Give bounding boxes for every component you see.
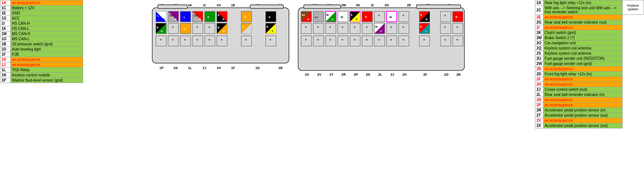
svg-text:*: * (184, 38, 186, 44)
svg-text:1F: 1F (231, 66, 235, 70)
left-row-desc: не используется (11, 57, 83, 62)
svg-text:*: * (378, 38, 380, 44)
svg-text:2I: 2I (371, 3, 374, 7)
left-row-code: 1B (0, 42, 11, 47)
right-row-desc: With adv. --> Steering lock unit With ad… (544, 6, 623, 15)
svg-text:1J: 1J (202, 66, 206, 70)
svg-text:R: R (222, 18, 224, 21)
svg-text:2G: 2G (384, 3, 389, 7)
right-row-code: 2P (535, 103, 544, 108)
svg-rect-127 (453, 11, 463, 22)
svg-text:2R: 2R (341, 73, 346, 76)
right-row-code: 2S (535, 51, 544, 56)
right-row-desc: не используется (544, 97, 623, 103)
right-row-code: 2M (535, 35, 544, 41)
right-row-code: 2X (535, 123, 544, 128)
svg-rect-41 (180, 23, 191, 34)
left-row-desc: Keyless control module (11, 73, 83, 78)
left-row-desc: не используется (11, 0, 83, 6)
right-row-desc: Cruise control switch (out) (544, 87, 623, 92)
svg-text:1E: 1E (231, 3, 235, 7)
right-row-code: 2J (535, 87, 544, 92)
right-row-group: Keyless system (622, 0, 644, 15)
left-row-desc: Auto leveling light (11, 47, 83, 52)
right-row-desc: Car-navigation unit (544, 41, 623, 46)
svg-text:*: * (196, 38, 198, 44)
right-row-code: 2D (535, 72, 544, 77)
svg-text:V: V (380, 30, 382, 32)
right-row-desc: не используется (544, 25, 623, 30)
right-row-desc: не используется (544, 77, 623, 82)
svg-text:*: * (208, 25, 211, 31)
left-row-desc: MS CAN-L (11, 37, 83, 42)
connector-diagram: 1O 1M 1K 1I 1G 1E 1C 1A L W GY V (83, 0, 535, 128)
svg-text:2V: 2V (317, 73, 321, 76)
svg-text:*: * (245, 38, 247, 44)
svg-text:W: W (326, 14, 329, 16)
svg-text:*: * (329, 38, 331, 44)
left-row-desc: ACC (11, 16, 83, 21)
right-row-desc: Front fog light relay +12v (in) (544, 72, 623, 77)
left-row-code: 1D (0, 47, 11, 52)
svg-text:2E: 2E (407, 3, 411, 7)
left-row-code: 1H (0, 57, 11, 62)
svg-rect-96 (416, 5, 461, 8)
right-row-desc: Keyless system coil antenna (544, 51, 623, 56)
left-row-desc: не используется (11, 62, 83, 68)
svg-text:2D: 2D (444, 73, 449, 76)
svg-text:BR: BR (302, 14, 305, 16)
right-row-code: 2W (535, 61, 544, 66)
svg-rect-33 (266, 11, 276, 22)
right-row-desc: Brake Switch 2 (?) (544, 35, 623, 41)
left-row-desc: HS CAN-L (11, 26, 83, 31)
svg-text:R: R (365, 16, 367, 18)
svg-text:2M: 2M (341, 3, 346, 7)
right-row-desc: не используется (544, 103, 623, 108)
svg-text:GY: GY (170, 14, 173, 17)
svg-text:*: * (354, 25, 356, 31)
right-row-code: 2C (535, 6, 544, 15)
left-row-code: 1P (0, 78, 11, 83)
svg-text:Y: Y (356, 18, 358, 21)
svg-text:*: * (317, 25, 319, 31)
svg-text:O: O (244, 16, 246, 18)
right-row-desc: Fuel gauge sender unit (gnd) (544, 61, 623, 66)
right-row-code: 2G (535, 20, 544, 25)
svg-text:*: * (317, 38, 319, 44)
svg-text:V: V (175, 18, 177, 21)
left-row-desc: Battery + 12V (11, 6, 83, 11)
svg-text:L: L (425, 30, 427, 32)
right-row-desc: не используется (544, 66, 623, 72)
left-row-code: 1C (0, 6, 11, 11)
svg-text:B: B (218, 26, 219, 29)
svg-text:*: * (172, 38, 174, 44)
right-row-code: 2E (535, 15, 544, 20)
left-row-desc: HS CAN-H (11, 21, 83, 26)
right-row-code: 2F (535, 77, 544, 82)
left-row-code: 1I (0, 21, 11, 26)
svg-text:*: * (390, 38, 392, 44)
svg-rect-113 (362, 11, 372, 22)
svg-text:1G: 1G (216, 3, 221, 7)
right-row-desc: не используется (544, 82, 623, 87)
svg-text:W: W (163, 18, 165, 21)
right-row-code: 2R (535, 108, 544, 113)
right-connector-table-container: 2ARear fog light relay +12v (in)Keyless … (535, 0, 644, 128)
svg-rect-31 (241, 11, 252, 22)
svg-text:R: R (420, 14, 422, 16)
svg-text:2N: 2N (366, 73, 370, 76)
svg-text:*: * (456, 25, 459, 31)
right-row-desc: не используется (544, 15, 623, 20)
svg-text:1B: 1B (278, 66, 283, 70)
right-row-desc: Accelerator pedal position sensor (out) (544, 113, 623, 118)
svg-text:B: B (351, 14, 352, 16)
left-row-code: 1L (0, 68, 11, 73)
svg-text:R: R (420, 25, 422, 28)
right-row-desc: Rear seat belt reminder indicator (out) (544, 20, 623, 25)
svg-rect-19 (180, 11, 191, 22)
left-row-desc: GND (11, 11, 83, 16)
svg-text:*: * (402, 25, 405, 31)
svg-text:B: B (218, 14, 219, 16)
svg-text:*: * (269, 38, 272, 44)
svg-text:1P: 1P (159, 66, 163, 70)
